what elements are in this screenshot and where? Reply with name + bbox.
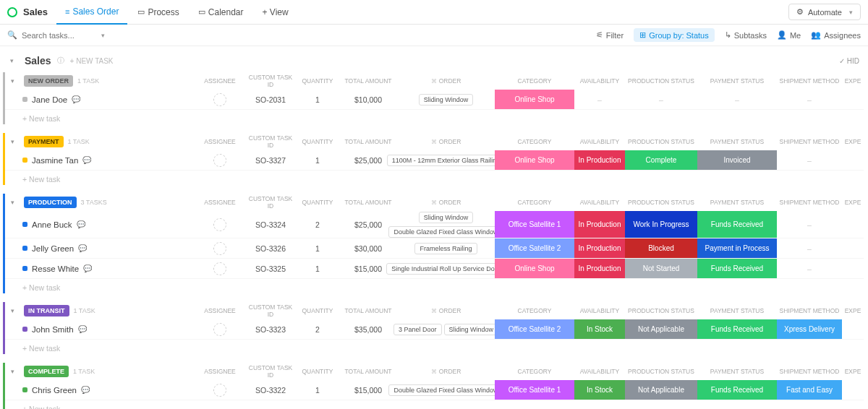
new-task-button[interactable]: + New task [5, 279, 864, 293]
chat-icon[interactable]: 💬 [72, 95, 80, 103]
chat-icon[interactable]: 💬 [78, 325, 87, 333]
groupby-button[interactable]: ⊞Group by: Status [634, 28, 715, 42]
col-expe[interactable]: EXPE [842, 199, 864, 206]
cell[interactable]: Not Started [625, 259, 697, 278]
cell[interactable]: Blocked [625, 238, 697, 258]
me-button[interactable]: 👤Me [777, 30, 801, 40]
task-name[interactable]: Jane Doe [32, 95, 67, 104]
task-name[interactable]: Jelly Green [32, 244, 74, 253]
tab-calendar[interactable]: ▭Calendar [190, 0, 252, 25]
chevron-down-icon[interactable]: ▾ [11, 368, 20, 375]
order-pill[interactable]: 3 Panel Door [393, 324, 442, 335]
cell[interactable]: In Production [574, 150, 625, 170]
chevron-down-icon[interactable]: ▾ [11, 138, 20, 145]
cell[interactable]: In Stock [574, 380, 625, 400]
tab-sales-order[interactable]: ≡Sales Order [56, 0, 127, 25]
col-category[interactable]: CATEGORY [495, 307, 574, 314]
cell[interactable]: In Production [574, 238, 625, 258]
table-row[interactable]: Chris Green 💬 SO-3322 1 $15,000 Double G… [5, 380, 864, 400]
task-name[interactable]: Jasmine Tan [32, 156, 78, 165]
order-pill[interactable]: Sliding Window [419, 212, 474, 223]
col-shipment-method[interactable]: SHIPMENT METHOD [777, 307, 842, 314]
assignees-button[interactable]: 👥Assignees [811, 30, 861, 40]
cell[interactable]: Online Shop [495, 150, 574, 170]
col-category[interactable]: CATEGORY [495, 368, 574, 375]
col-shipment-method[interactable]: SHIPMENT METHOD [777, 368, 842, 375]
hide-button[interactable]: ✓HID [839, 57, 859, 65]
col-amount[interactable]: TOTAL AMOUNT [339, 199, 397, 206]
col-availability[interactable]: AVAILABILITY [574, 138, 625, 145]
assignee-cell[interactable] [195, 259, 245, 278]
chevron-down-icon[interactable]: ▾ [11, 77, 20, 85]
col-category[interactable]: CATEGORY [495, 138, 574, 145]
cell[interactable]: In Stock [574, 319, 625, 339]
add-view[interactable]: + View [254, 0, 297, 25]
task-name[interactable]: Anne Buck [32, 220, 72, 229]
order-pill[interactable]: 1100M - 12mm Exterior Glass Railing [387, 155, 506, 166]
col-shipment-method[interactable]: SHIPMENT METHOD [777, 199, 842, 206]
status-chip[interactable]: PAYMENT [24, 136, 64, 147]
col-qty[interactable]: QUANTITY [296, 77, 339, 85]
chat-icon[interactable]: 💬 [81, 386, 90, 394]
assignee-cell[interactable] [195, 319, 245, 339]
status-chip[interactable]: NEW ORDER [24, 75, 73, 87]
order-pill[interactable]: Single Industrial Roll Up Service Door [386, 263, 506, 275]
cell[interactable]: Xpress Delivery [777, 319, 842, 339]
col-expe[interactable]: EXPE [842, 77, 864, 85]
col-taskid[interactable]: CUSTOM TASK ID [245, 303, 296, 318]
cell[interactable]: Not Applicable [625, 319, 697, 339]
col-payment-status[interactable]: PAYMENT STATUS [697, 77, 777, 85]
col-qty[interactable]: QUANTITY [296, 199, 339, 206]
col-payment-status[interactable]: PAYMENT STATUS [697, 368, 777, 375]
tab-process[interactable]: ▭Process [129, 0, 187, 25]
cell[interactable]: Invoiced [697, 150, 777, 170]
col-amount[interactable]: TOTAL AMOUNT [339, 77, 397, 85]
col-expe[interactable]: EXPE [842, 368, 864, 375]
chevron-down-icon[interactable]: ▾ [11, 307, 20, 314]
col-qty[interactable]: QUANTITY [296, 307, 339, 314]
chat-icon[interactable]: 💬 [78, 244, 87, 252]
assignee-cell[interactable] [195, 150, 245, 170]
col-shipment-method[interactable]: SHIPMENT METHOD [777, 77, 842, 85]
col-order[interactable]: ⌘ORDER [397, 199, 495, 206]
cell[interactable]: Office Satellite 1 [495, 211, 574, 238]
assignee-cell[interactable] [195, 380, 245, 400]
status-chip[interactable]: IN TRANSIT [24, 305, 69, 317]
col-availability[interactable]: AVAILABILITY [574, 77, 625, 85]
assignee-cell[interactable] [195, 90, 245, 109]
table-row[interactable]: John Smith 💬 SO-3323 2 $35,000 3 Panel D… [5, 319, 864, 340]
col-production-status[interactable]: PRODUCTION STATUS [625, 307, 697, 314]
cell[interactable]: Funds Received [697, 211, 777, 238]
col-production-status[interactable]: PRODUCTION STATUS [625, 77, 697, 85]
col-taskid[interactable]: CUSTOM TASK ID [245, 364, 296, 379]
col-taskid[interactable]: CUSTOM TASK ID [245, 134, 296, 149]
new-task-link[interactable]: + NEW TASK [70, 57, 114, 65]
chevron-down-icon[interactable]: ▾ [101, 32, 105, 39]
filter-button[interactable]: ⚟Filter [596, 30, 624, 40]
status-chip[interactable]: PRODUCTION [24, 197, 77, 208]
cell[interactable]: In Production [574, 259, 625, 278]
col-availability[interactable]: AVAILABILITY [574, 307, 625, 314]
cell[interactable]: In Production [574, 211, 625, 238]
col-assignee[interactable]: ASSIGNEE [195, 307, 245, 314]
col-amount[interactable]: TOTAL AMOUNT [339, 307, 397, 314]
col-assignee[interactable]: ASSIGNEE [195, 368, 245, 375]
col-order[interactable]: ⌘ORDER [397, 77, 495, 85]
info-icon[interactable]: ⓘ [57, 56, 64, 66]
chat-icon[interactable]: 💬 [82, 156, 91, 164]
cell[interactable]: Online Shop [495, 259, 574, 278]
col-production-status[interactable]: PRODUCTION STATUS [625, 368, 697, 375]
cell[interactable]: Office Satellite 2 [495, 319, 574, 339]
col-payment-status[interactable]: PAYMENT STATUS [697, 138, 777, 145]
table-row[interactable]: Anne Buck 💬 SO-3324 2 $25,000 Sliding Wi… [5, 211, 864, 238]
order-pill[interactable]: Sliding Window [419, 94, 474, 106]
order-pill[interactable]: Double Glazed Fixed Glass Window [388, 226, 503, 238]
new-task-button[interactable]: + New task [5, 110, 864, 124]
task-name[interactable]: Resse White [32, 264, 79, 273]
automate-button[interactable]: ⚙Automate▾ [788, 4, 861, 20]
col-payment-status[interactable]: PAYMENT STATUS [697, 199, 777, 206]
col-payment-status[interactable]: PAYMENT STATUS [697, 307, 777, 314]
chevron-down-icon[interactable]: ▾ [10, 57, 19, 64]
search-input[interactable] [22, 31, 94, 40]
cell[interactable]: Funds Received [697, 380, 777, 400]
